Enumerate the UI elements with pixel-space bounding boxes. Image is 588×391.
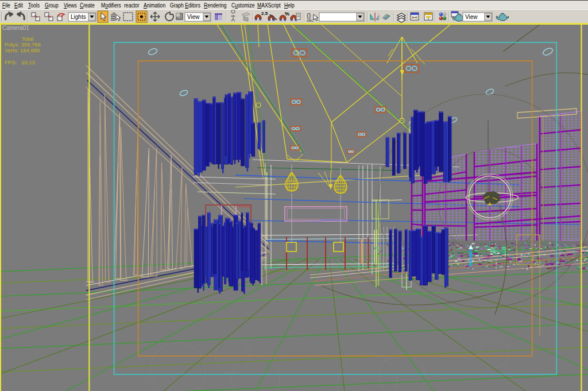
svg-text:Camera01: Camera01	[2, 25, 29, 31]
svg-text:{}: {}	[307, 12, 311, 19]
svg-text:ABC: ABC	[307, 19, 314, 22]
svg-text:FPS: 10.13: FPS: 10.13	[5, 59, 35, 65]
svg-text:Lights: Lights	[71, 14, 86, 20]
svg-text:Verts: 184,580: Verts: 184,580	[5, 47, 40, 53]
svg-text:View: View	[465, 14, 478, 20]
svg-text:View: View	[187, 14, 200, 20]
svg-text:%: %	[285, 11, 289, 17]
svg-text:2.5: 2.5	[261, 11, 268, 16]
